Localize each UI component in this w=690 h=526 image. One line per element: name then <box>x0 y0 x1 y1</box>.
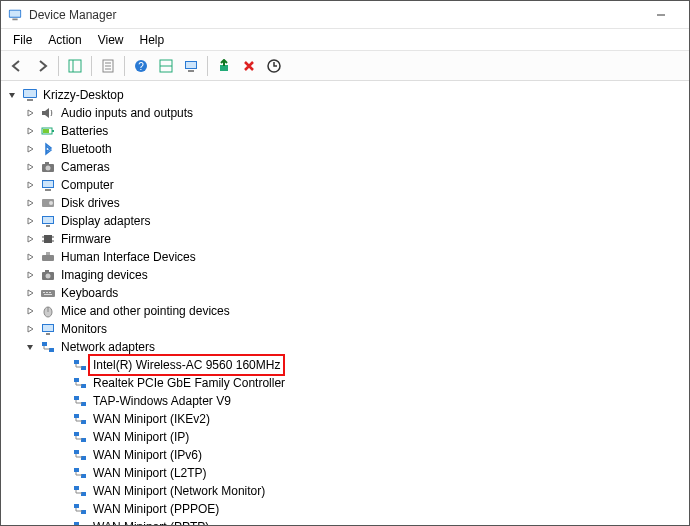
category-label: Firmware <box>59 230 113 248</box>
category-label: Mice and other pointing devices <box>59 302 232 320</box>
menu-action[interactable]: Action <box>40 31 89 49</box>
forward-button[interactable] <box>30 54 54 78</box>
svg-rect-55 <box>46 333 50 335</box>
tree-device[interactable]: WAN Miniport (IKEv2) <box>1 410 689 428</box>
uninstall-device-button[interactable] <box>237 54 261 78</box>
tree-category[interactable]: Display adapters <box>1 212 689 230</box>
tree-category[interactable]: Imaging devices <box>1 266 689 284</box>
svg-rect-29 <box>43 181 53 187</box>
svg-rect-30 <box>45 189 51 191</box>
expand-icon[interactable] <box>23 124 37 138</box>
keyboard-icon <box>40 285 56 301</box>
expand-icon[interactable] <box>23 232 37 246</box>
computer-icon <box>40 177 56 193</box>
tree-device[interactable]: WAN Miniport (PPTP) <box>1 518 689 525</box>
tree-category[interactable]: Firmware <box>1 230 689 248</box>
tree-device[interactable]: WAN Miniport (L2TP) <box>1 464 689 482</box>
tree-device[interactable]: WAN Miniport (Network Monitor) <box>1 482 689 500</box>
expand-icon[interactable] <box>23 286 37 300</box>
expand-icon[interactable] <box>23 322 37 336</box>
net-icon <box>72 483 88 499</box>
svg-rect-35 <box>46 225 50 227</box>
net-icon <box>72 519 88 525</box>
menu-help[interactable]: Help <box>132 31 173 49</box>
tree-device[interactable]: TAP-Windows Adapter V9 <box>1 392 689 410</box>
net-icon <box>72 411 88 427</box>
svg-rect-15 <box>186 62 196 68</box>
svg-rect-62 <box>74 396 79 400</box>
camera-icon <box>40 159 56 175</box>
tree-device[interactable]: Realtek PCIe GbE Family Controller <box>1 374 689 392</box>
expand-icon[interactable] <box>23 214 37 228</box>
tree-category[interactable]: Audio inputs and outputs <box>1 104 689 122</box>
svg-rect-20 <box>24 90 36 97</box>
svg-rect-42 <box>46 252 50 255</box>
help-button[interactable]: ? <box>129 54 153 78</box>
svg-rect-23 <box>52 130 54 132</box>
toolbar-separator <box>124 56 125 76</box>
expand-icon[interactable] <box>23 160 37 174</box>
category-label: Audio inputs and outputs <box>59 104 195 122</box>
svg-rect-34 <box>43 217 53 223</box>
tree-device[interactable]: WAN Miniport (IPv6) <box>1 446 689 464</box>
toolbar-separator <box>58 56 59 76</box>
svg-rect-68 <box>74 450 79 454</box>
device-label: WAN Miniport (IPv6) <box>91 446 204 464</box>
tree-category[interactable]: Disk drives <box>1 194 689 212</box>
device-tree[interactable]: Krizzy-DesktopAudio inputs and outputsBa… <box>1 82 689 525</box>
expand-icon[interactable] <box>23 250 37 264</box>
minimize-button[interactable] <box>639 1 683 29</box>
expand-icon[interactable] <box>23 142 37 156</box>
tree-category[interactable]: Computer <box>1 176 689 194</box>
svg-rect-1 <box>10 10 21 16</box>
expand-icon[interactable] <box>23 196 37 210</box>
tree-category[interactable]: Human Interface Devices <box>1 248 689 266</box>
app-icon <box>7 7 23 23</box>
expand-icon[interactable] <box>23 178 37 192</box>
device-label: WAN Miniport (PPTP) <box>91 518 211 525</box>
net-icon <box>72 357 88 373</box>
category-label: Bluetooth <box>59 140 114 158</box>
tree-device[interactable]: Intel(R) Wireless-AC 9560 160MHz <box>1 356 689 374</box>
menu-file[interactable]: File <box>5 31 40 49</box>
tree-device[interactable]: WAN Miniport (IP) <box>1 428 689 446</box>
details-pane-button[interactable] <box>154 54 178 78</box>
tree-category[interactable]: Mice and other pointing devices <box>1 302 689 320</box>
tree-device[interactable]: WAN Miniport (PPPOE) <box>1 500 689 518</box>
menu-view[interactable]: View <box>90 31 132 49</box>
svg-point-44 <box>46 274 51 279</box>
category-label: Display adapters <box>59 212 152 230</box>
svg-rect-64 <box>74 414 79 418</box>
properties-button[interactable] <box>96 54 120 78</box>
device-label: WAN Miniport (L2TP) <box>91 464 209 482</box>
enable-device-button[interactable] <box>212 54 236 78</box>
tree-category[interactable]: Monitors <box>1 320 689 338</box>
update-driver-button[interactable] <box>179 54 203 78</box>
svg-rect-56 <box>42 342 47 346</box>
expand-icon[interactable] <box>23 268 37 282</box>
hid-icon <box>40 249 56 265</box>
expand-icon[interactable] <box>23 106 37 120</box>
category-label: Batteries <box>59 122 110 140</box>
scan-hardware-button[interactable] <box>262 54 286 78</box>
tree-category[interactable]: Cameras <box>1 158 689 176</box>
collapse-icon[interactable] <box>23 340 37 354</box>
tree-category[interactable]: Bluetooth <box>1 140 689 158</box>
svg-rect-76 <box>74 522 79 525</box>
svg-rect-27 <box>45 162 49 164</box>
tree-category[interactable]: Keyboards <box>1 284 689 302</box>
net-icon <box>72 501 88 517</box>
svg-rect-60 <box>74 378 79 382</box>
expand-icon[interactable] <box>23 304 37 318</box>
tree-root[interactable]: Krizzy-Desktop <box>1 86 689 104</box>
device-label: Intel(R) Wireless-AC 9560 160MHz <box>88 354 285 376</box>
disk-icon <box>40 195 56 211</box>
back-button[interactable] <box>5 54 29 78</box>
svg-text:?: ? <box>138 61 144 72</box>
collapse-icon[interactable] <box>5 88 19 102</box>
menubar: File Action View Help <box>1 29 689 51</box>
svg-rect-72 <box>74 486 79 490</box>
show-hide-tree-button[interactable] <box>63 54 87 78</box>
tree-category[interactable]: Batteries <box>1 122 689 140</box>
svg-rect-4 <box>69 60 81 72</box>
